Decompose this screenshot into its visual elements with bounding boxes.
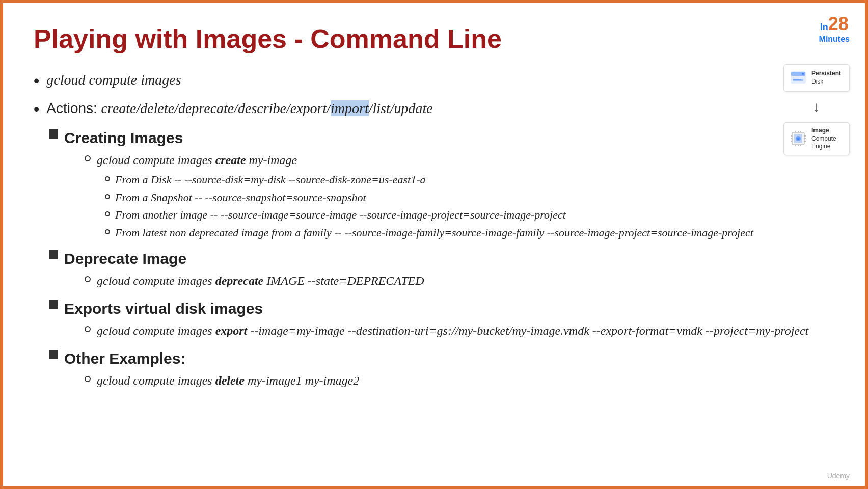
from-family-text: From latest non deprecated image from a … xyxy=(115,225,753,241)
export-bold: export xyxy=(215,324,248,337)
from-image-text: From another image -- --source-image=sou… xyxy=(115,207,566,223)
svg-point-3 xyxy=(802,73,804,75)
sub-circle-marker-image xyxy=(105,211,110,216)
arrow-down-icon: ↓ xyxy=(813,99,820,115)
bullet-marker-1: • xyxy=(34,68,39,93)
section-exports: Exports virtual disk images gcloud compu… xyxy=(49,297,834,343)
circle-marker-create xyxy=(85,155,91,161)
section-deprecate-image: Deprecate Image gcloud compute images de… xyxy=(49,247,834,293)
brand-logo: In28 Minutes xyxy=(819,13,850,44)
deprecate-image-title: Deprecate Image xyxy=(64,247,424,270)
slide-title: Playing with Images - Command Line xyxy=(34,23,834,54)
other-examples-content: Other Examples: gcloud compute images de… xyxy=(64,347,359,393)
circle-marker-export xyxy=(85,326,91,332)
slide: In28 Minutes Persistent Disk xyxy=(0,0,868,489)
actions-label: Actions: xyxy=(46,100,101,116)
circle-marker-delete xyxy=(85,376,91,382)
brand-in: In xyxy=(820,22,828,32)
section-other-examples: Other Examples: gcloud compute images de… xyxy=(49,347,834,393)
other-examples-list: gcloud compute images delete my-image1 m… xyxy=(85,372,359,390)
square-marker-other xyxy=(49,350,58,359)
compute-engine-label: Image Compute Engine xyxy=(811,127,844,151)
gcloud-create-item: gcloud compute images create my-image xyxy=(85,151,753,169)
export-text: gcloud compute images export --image=my-… xyxy=(97,322,808,340)
persistent-disk-card: Persistent Disk xyxy=(783,64,850,92)
deprecate-text: gcloud compute images deprecate IMAGE --… xyxy=(97,272,424,290)
creating-images-title: Creating Images xyxy=(64,126,753,149)
sub-circle-marker-family xyxy=(105,229,110,234)
deprecate-item: gcloud compute images deprecate IMAGE --… xyxy=(85,272,424,290)
from-snapshot-text: From a Snapshot -- --source-snapshot=sou… xyxy=(115,190,366,206)
deprecate-bold: deprecate xyxy=(215,274,264,287)
sub-circle-marker-disk xyxy=(105,176,110,181)
creating-images-list: gcloud compute images create my-image Fr… xyxy=(85,151,753,241)
compute-engine-image-card: Image Compute Engine xyxy=(783,122,850,155)
sub-sections: Creating Images gcloud compute images cr… xyxy=(49,126,834,392)
side-icons-panel: Persistent Disk ↓ xyxy=(783,64,850,155)
from-family-item: From latest non deprecated image from a … xyxy=(105,225,753,241)
brand-minutes: Minutes xyxy=(819,35,850,44)
delete-text: gcloud compute images delete my-image1 m… xyxy=(97,372,359,390)
persistent-disk-icon xyxy=(789,69,807,87)
section-creating-images: Creating Images gcloud compute images cr… xyxy=(49,126,834,243)
actions-after: /list/update xyxy=(369,100,433,116)
sub-circle-marker-snapshot xyxy=(105,194,110,199)
circle-marker-deprecate xyxy=(85,276,91,282)
from-disk-item: From a Disk -- --source-disk=my-disk --s… xyxy=(105,172,753,188)
exports-title: Exports virtual disk images xyxy=(64,297,808,320)
brand-28: 28 xyxy=(828,13,849,34)
create-sub-list: From a Disk -- --source-disk=my-disk --s… xyxy=(105,172,753,241)
brand-in-28: In28 xyxy=(819,13,850,35)
svg-point-8 xyxy=(797,138,800,140)
square-marker-exports xyxy=(49,300,58,309)
other-examples-title: Other Examples: xyxy=(64,347,359,370)
export-item: gcloud compute images export --image=my-… xyxy=(85,322,808,340)
create-bold: create xyxy=(215,153,246,167)
delete-bold: delete xyxy=(215,374,245,387)
delete-item: gcloud compute images delete my-image1 m… xyxy=(85,372,359,390)
creating-images-content: Creating Images gcloud compute images cr… xyxy=(64,126,753,243)
from-snapshot-item: From a Snapshot -- --source-snapshot=sou… xyxy=(105,190,753,206)
gcloud-compute-images-text: gcloud compute images xyxy=(46,69,181,91)
deprecate-image-content: Deprecate Image gcloud compute images de… xyxy=(64,247,424,293)
deprecate-list: gcloud compute images deprecate IMAGE --… xyxy=(85,272,424,290)
actions-line: Actions: create/delete/deprecate/describ… xyxy=(46,98,432,119)
bullet-marker-2: • xyxy=(34,97,39,121)
import-highlight: import xyxy=(331,100,369,116)
persistent-disk-label: Persistent Disk xyxy=(811,70,841,86)
bullet-gcloud-images: • gcloud compute images xyxy=(34,69,834,93)
exports-list: gcloud compute images export --image=my-… xyxy=(85,322,808,340)
compute-engine-icon xyxy=(789,129,807,148)
from-disk-text: From a Disk -- --source-disk=my-disk --s… xyxy=(115,172,425,188)
from-image-item: From another image -- --source-image=sou… xyxy=(105,207,753,223)
exports-content: Exports virtual disk images gcloud compu… xyxy=(64,297,808,343)
square-marker-deprecate xyxy=(49,250,58,259)
gcloud-create-text: gcloud compute images create my-image xyxy=(97,151,297,169)
watermark: Udemy xyxy=(827,472,850,480)
bullet-actions: • Actions: create/delete/deprecate/descr… xyxy=(34,98,834,121)
slide-content: • gcloud compute images • Actions: creat… xyxy=(34,69,834,392)
square-marker-creating xyxy=(49,129,58,139)
actions-before: create/delete/deprecate/describe/export/ xyxy=(101,100,331,116)
